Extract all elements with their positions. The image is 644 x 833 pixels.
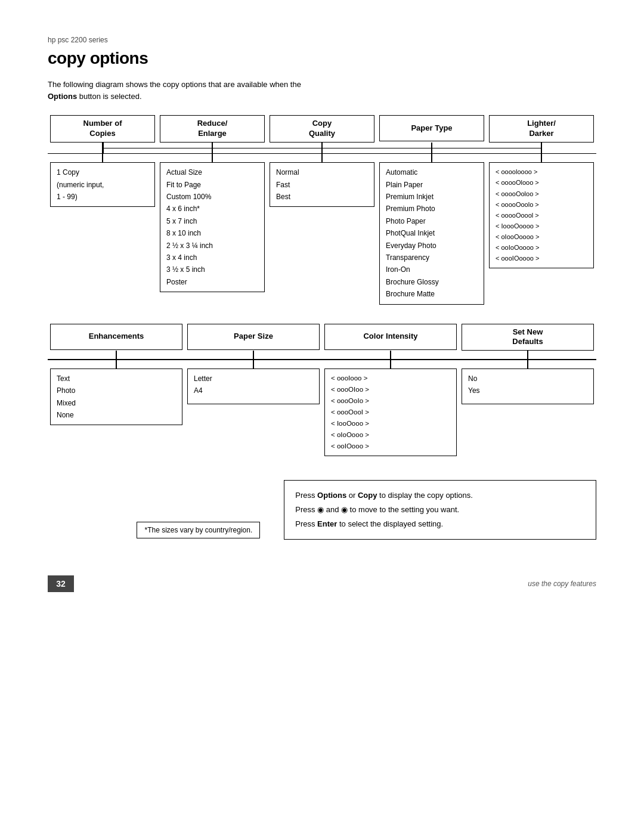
content-paper-size: LetterA4 <box>187 368 320 404</box>
intro-text: The following diagram shows the copy opt… <box>48 79 453 102</box>
footer-right: use the copy features <box>528 580 596 588</box>
content-col-colorintensity: < oooIooo >< oooOIoo >< oooOoIo >< oooOo… <box>322 368 459 456</box>
footnote-box: *The sizes vary by country/region. <box>137 522 260 538</box>
header-enhancements: Enhancements <box>50 324 182 350</box>
content-col-lighter: < ooooloooo >< ooooOlooo >< ooooOoloo ><… <box>487 162 596 304</box>
col-reduce-enlarge: Reduce/Enlarge <box>157 115 267 143</box>
header-reduce-enlarge: Reduce/Enlarge <box>160 115 265 143</box>
content-reduce-enlarge: Actual SizeFit to PageCustom 100%4 x 6 i… <box>160 162 265 292</box>
col-number-of-copies: Number ofCopies <box>48 115 157 143</box>
content-col-enhancements: TextPhotoMixedNone <box>48 368 185 456</box>
header-lighter-darker: Lighter/Darker <box>489 115 594 143</box>
bottom-section: *The sizes vary by country/region. Press… <box>48 480 596 540</box>
header-copy-quality: CopyQuality <box>270 115 374 143</box>
col-color-intensity: Color Intensity <box>322 324 459 351</box>
row1-vlines <box>48 143 596 153</box>
content-col-setnewdefaults: NoYes <box>459 368 596 456</box>
col-enhancements: Enhancements <box>48 324 185 351</box>
content-number-of-copies: 1 Copy(numeric input,1 - 99) <box>50 162 155 207</box>
page-title: copy options <box>48 49 596 68</box>
content-col-reduce: Actual SizeFit to PageCustom 100%4 x 6 i… <box>157 162 267 304</box>
row1-headers: Number ofCopies Reduce/Enlarge CopyQuali… <box>48 115 596 143</box>
row1-drops <box>48 154 596 162</box>
col-paper-type: Paper Type <box>377 115 487 143</box>
header-color-intensity: Color Intensity <box>324 324 457 350</box>
page-footer: 32 use the copy features <box>48 575 596 592</box>
content-enhancements: TextPhotoMixedNone <box>50 368 182 426</box>
col-copy-quality: CopyQuality <box>267 115 377 143</box>
content-col-copies: 1 Copy(numeric input,1 - 99) <box>48 162 157 304</box>
col-set-new-defaults: Set NewDefaults <box>459 324 596 351</box>
col-lighter-darker: Lighter/Darker <box>487 115 596 143</box>
row2-content: TextPhotoMixedNone LetterA4 < oooIooo ><… <box>48 368 596 456</box>
content-copy-quality: NormalFastBest <box>270 162 374 207</box>
header-set-new-defaults: Set NewDefaults <box>462 324 594 351</box>
info-box: Press Options or Copy to display the cop… <box>284 480 596 540</box>
row2-vlines-top <box>48 351 596 359</box>
diagram: Number ofCopies Reduce/Enlarge CopyQuali… <box>48 115 596 456</box>
content-paper-type: AutomaticPlain PaperPremium InkjetPremiu… <box>379 162 484 304</box>
header-paper-size: Paper Size <box>187 324 320 350</box>
content-color-intensity: < oooIooo >< oooOIoo >< oooOoIo >< oooOo… <box>324 368 457 456</box>
content-lighter-darker: < ooooloooo >< ooooOlooo >< ooooOoloo ><… <box>489 162 594 268</box>
row2-headers: Enhancements Paper Size Color Intensity … <box>48 324 596 351</box>
row2-area: Enhancements Paper Size Color Intensity … <box>48 324 596 456</box>
col-paper-size: Paper Size <box>185 324 322 351</box>
page-number-box: 32 <box>48 575 74 592</box>
row1-content: 1 Copy(numeric input,1 - 99) Actual Size… <box>48 162 596 304</box>
header-paper-type: Paper Type <box>379 115 484 141</box>
content-col-quality: NormalFastBest <box>267 162 377 304</box>
content-col-papertype: AutomaticPlain PaperPremium InkjetPremiu… <box>377 162 487 304</box>
header-number-of-copies: Number ofCopies <box>50 115 155 143</box>
row2-drops <box>48 360 596 368</box>
content-col-papersize: LetterA4 <box>185 368 322 456</box>
content-set-new-defaults: NoYes <box>462 368 594 404</box>
series-label: hp psc 2200 series <box>48 36 596 44</box>
